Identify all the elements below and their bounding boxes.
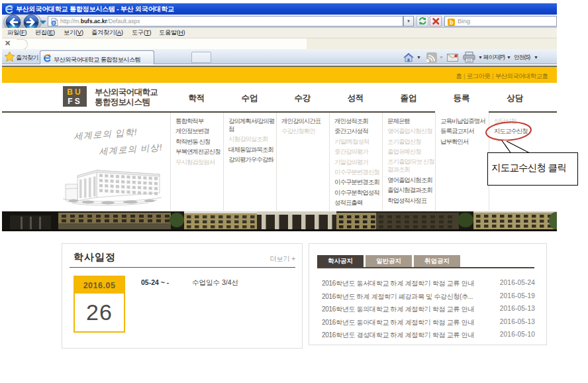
notice-date: 2016-05-19 [500,292,535,300]
submenu-item[interactable]: 통합학적부 [175,116,222,126]
feeds-dropdown-caret[interactable]: ▼ [439,55,444,60]
menu-item[interactable]: 파일(F) [7,28,27,37]
nav-item[interactable]: 수업 [223,93,276,104]
nav-item[interactable]: 학적 [170,93,223,104]
notice-row[interactable]: 2016학년도 경성대학교 하계 계절학기 학점 교류 안내2016-05-10 [322,331,535,340]
rss-icon[interactable] [426,52,437,63]
address-dropdown-button[interactable]: ▼ [403,16,414,27]
submenu-item[interactable]: 성적표출력 [334,197,381,207]
menu-item[interactable]: 편집(E) [35,28,55,37]
submenu-item[interactable]: 개인강의시간표 [281,116,328,126]
menu-item[interactable]: 도구(T) [132,28,152,37]
browser-tab[interactable]: 부산외국어대학교 통합정보시스템 [40,50,154,64]
address-bar[interactable]: http://m.bufs.ac.kr/Default.aspx [48,16,403,27]
favorites-star-icon[interactable] [4,51,15,62]
nav-item[interactable]: 성적 [329,93,382,104]
navigation-bar: http://m.bufs.ac.kr/Default.aspx ▼ b Bin… [2,15,557,28]
menu-item[interactable]: 도움말(H) [159,28,185,37]
submenu-item: 중간강의평가 [334,146,381,156]
notice-date: 2016-05-13 [500,305,535,312]
global-nav: 학적수업수강성적졸업등록상담 [2,83,557,113]
print-icon[interactable] [463,52,475,63]
submenu-item: 기말/계절성적 [334,137,381,146]
mega-column: 개인성적조회중간고사성적기말/계절성적중간강의평가기말강의평가이수구분변경신청이… [329,113,383,211]
mega-column: 문제은행영어졸업시험신청조기졸업신청졸업유예신청조기졸업/유보 신청 결과조회영… [382,113,436,211]
mega-column: 통합학적부개인정보변경학적변동 신청부복연계전공신청무시험검정원서 [170,113,224,211]
submenu-item[interactable]: 대체동일과목조회 [228,144,275,154]
calendar-day: 26 [75,294,124,331]
safety-menu-button[interactable]: 안전(S) [514,54,530,62]
menu-bar[interactable]: 파일(F)편집(E)보기(V)즐겨찾기(A)도구(T)도움말(H) [2,28,557,38]
menu-item[interactable]: 즐겨찾기(A) [91,28,123,37]
notice-tab[interactable]: 학사공지 [317,255,364,267]
page-menu-button[interactable]: 페이지(P) [483,54,505,62]
submenu-item[interactable]: 등록금고지서 [440,126,487,136]
submenu-item[interactable]: 중간고사성적 [334,126,381,136]
safety-dropdown-caret[interactable]: ▼ [534,55,538,60]
new-tab-button[interactable] [191,52,211,63]
submenu-item: 조기졸업신청 [387,137,434,146]
notice-date: 2016-05-24 [500,279,535,286]
notice-row[interactable]: 2016학년도 동의대학교 하계 계절학기 학점 교류 안내2016-05-13 [322,305,535,314]
nav-item[interactable]: 등록 [435,93,488,104]
notice-row[interactable]: 2016학년도 동서대학교 하계 계절학기 학점 교류 안내2016-05-24 [322,279,535,288]
title-bar: 부산외국어대학교 통합정보시스템 - 부산 외국어대학교 [2,3,557,15]
submenu-item: 상담신청 [494,116,541,126]
search-box[interactable]: b Bing [444,16,557,27]
submenu-item[interactable]: 교육비납입증명서 [440,116,487,126]
home-icon[interactable] [403,53,414,62]
toolbar-strip [2,38,307,49]
utility-links[interactable]: 홈|로그아웃|부산외국어대학교홈 [456,72,548,81]
submenu-item[interactable]: 영어졸업시험조회 [387,175,434,185]
url-scheme: http://m. [60,18,81,25]
submenu-item: 시험강의실조회 [228,134,275,144]
building-sketch [59,161,166,206]
submenu-item[interactable]: 부복연계전공신청 [175,146,222,156]
schedule-title: 학사일정 [74,251,116,264]
submenu-item[interactable]: 이수구분변경조회 [334,177,381,187]
close-icon[interactable]: ✕ [5,40,12,47]
svg-text:b: b [450,19,454,26]
url-host: bufs.ac.kr [81,18,107,25]
submenu-item[interactable]: 강의계획서/강의평점 [228,116,275,134]
nav-item[interactable]: 수강 [276,93,329,104]
submenu-item[interactable]: 이수구분학업성적 [334,188,381,197]
utility-band: 홈|로그아웃|부산외국어대학교홈 [2,66,557,83]
submenu-item[interactable]: 지도교수신청 [494,126,541,136]
submenu-item[interactable]: 납부확인서 [440,137,487,146]
notice-tab-divider [317,267,534,268]
submenu-item: 수강신청확인 [281,126,328,136]
notice-tab[interactable]: 취업공지 [414,255,460,267]
notice-date: 2016-05-10 [500,331,535,338]
menu-item[interactable]: 보기(V) [64,28,83,37]
search-engine-label: Bing [458,17,470,26]
calendar-widget: 2016.05 26 [74,276,125,333]
submenu-item[interactable]: 개인성적조회 [334,116,381,126]
submenu-item[interactable]: 학적변동 신청 [175,137,222,146]
nav-item[interactable]: 상담 [489,93,542,104]
submenu-item[interactable]: 졸업시험결과조회 [387,185,434,195]
schedule-more-link[interactable]: 더보기 + [270,254,295,264]
page-dropdown-caret[interactable]: ▼ [507,55,511,60]
schedule-event-date: 05-24 ~ - [141,278,169,286]
submenu-item[interactable]: 강의평가우수강좌 [228,154,275,164]
print-dropdown-caret[interactable]: ▼ [478,55,483,60]
submenu-item[interactable]: 개인정보변경 [175,126,222,136]
submenu-item: 무시험검정원서 [175,157,222,167]
read-mail-icon[interactable] [447,54,458,62]
schedule-event-text[interactable]: 수업일수 3/4선 [192,278,238,288]
campus-photo-strip [2,211,557,231]
refresh-stop-buttons[interactable] [416,16,443,27]
utility-link[interactable]: 로그아웃 [467,72,490,80]
notice-row[interactable]: 2016학년도 하계 계절학기 폐강과목 및 수강신청(추...2016-05-… [322,292,535,301]
utility-link[interactable]: 부산외국어대학교홈 [495,72,548,80]
home-dropdown-caret[interactable]: ▼ [416,55,421,60]
calendar-month: 2016.05 [75,277,124,294]
nav-item[interactable]: 졸업 [382,93,435,104]
utility-link[interactable]: 홈 [456,72,462,80]
favorites-button[interactable]: 즐겨찾기 [16,54,38,62]
submenu-item[interactable]: 문제은행 [387,116,434,126]
submenu-item[interactable]: 학업성적사정표 [387,195,434,205]
notice-tab[interactable]: 일반공지 [366,255,412,267]
notice-row[interactable]: 2016학년도 동아대학교 하계 계절학기 학점 교류 안내2016-05-13 [322,318,535,327]
